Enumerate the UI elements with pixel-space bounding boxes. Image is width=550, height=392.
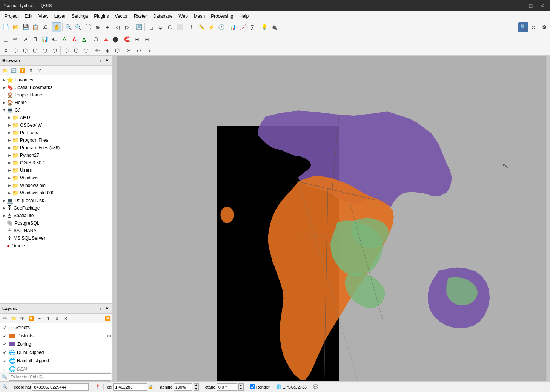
layer-item-streets[interactable]: ✔ 〰 Streets (0, 323, 112, 332)
layer-item-rainfall-clipped[interactable]: ✔ 🌐 Rainfall_clipped (0, 357, 112, 365)
edit-cut[interactable]: ✂ (124, 46, 134, 55)
menu-vector[interactable]: Vector (112, 12, 131, 21)
deselect-button[interactable]: ⬜ (175, 22, 185, 32)
select-button[interactable]: ⬚ (146, 22, 155, 32)
tree-item-home[interactable]: ▶ 🏠 Home (0, 99, 112, 106)
edit-btn7[interactable]: ⬡ (61, 46, 71, 55)
menu-database[interactable]: Database (150, 12, 175, 21)
zoom-prev-button[interactable]: ◁ (112, 22, 122, 32)
edit-move[interactable]: ⬡ (112, 46, 122, 55)
close-button[interactable]: ✕ (538, 2, 546, 10)
tree-item-geopackage[interactable]: ▶ 🗄 GeoPackage (0, 204, 112, 212)
edit-btn3[interactable]: ⬡ (20, 46, 30, 55)
tree-item-qgis[interactable]: ▶ 📁 QGIS 3.30.1 (0, 159, 112, 167)
tree-item-amd[interactable]: ▶ 📁 AMD (0, 114, 112, 121)
snap-btn3[interactable]: ⊟ (142, 34, 152, 44)
edit-btn2[interactable]: ⬡ (11, 46, 20, 55)
vector-btn2[interactable]: 🔺 (101, 34, 111, 44)
collapse-layers-button[interactable]: ⬇ (53, 314, 61, 323)
digitize-btn4[interactable]: 🗒 (30, 34, 40, 44)
magnify-up[interactable]: ▲ (194, 383, 199, 387)
tree-item-c-drive[interactable]: ▼ 💻 C:\ (0, 106, 112, 114)
layer-item-dem-clipped[interactable]: ✔ 🌐 DEM_clipped (0, 348, 112, 357)
tree-item-postgresql[interactable]: 🐘 PostgreSQL (0, 219, 112, 227)
layer-item-districts[interactable]: ✔ Districts ⊷ (0, 332, 112, 340)
browser-refresh-button[interactable]: 🔄 (9, 66, 18, 75)
select-polygon-button[interactable]: ⬙ (155, 22, 165, 32)
render-checkbox[interactable] (250, 384, 255, 389)
digitize-btn6[interactable]: 🏷 (50, 34, 60, 44)
plugins-button[interactable]: 🔌 (269, 22, 279, 32)
dem-clipped-checkbox[interactable]: ✔ (2, 349, 8, 355)
new-project-button[interactable]: 📄 (1, 22, 11, 32)
layers-collapse-button[interactable]: □ (96, 305, 103, 312)
messages-button[interactable]: 💬 (313, 384, 318, 389)
open-layer-style-button[interactable]: ✏ (1, 314, 9, 323)
snap-btn2[interactable]: ⊞ (132, 34, 142, 44)
tree-item-project-home[interactable]: 🏠 Project Home (0, 91, 112, 99)
crs-display[interactable]: 🌐 EPSG:32733 (276, 384, 307, 389)
zoom-out-button[interactable]: 🔍 (73, 22, 83, 32)
layers-filter-button[interactable]: 🔽 (103, 314, 112, 323)
edit-redo[interactable]: ↪ (144, 46, 154, 55)
digitize-btn7[interactable]: A (60, 34, 69, 44)
menu-mesh[interactable]: Mesh (191, 12, 208, 21)
tree-item-spatial-bookmarks[interactable]: ▶ 🔖 Spatial Bookmarks (0, 84, 112, 91)
layers-close-button[interactable]: ✕ (103, 305, 110, 312)
rotation-up[interactable]: ▲ (238, 383, 244, 387)
measure-button[interactable]: 📏 (197, 22, 206, 32)
tree-item-ms-sql[interactable]: 🗄 MS SQL Server (0, 234, 112, 242)
browser-help-button[interactable]: ? (35, 66, 44, 75)
menu-edit[interactable]: Edit (22, 12, 35, 21)
open-project-button[interactable]: 📂 (11, 22, 20, 32)
tree-item-windows[interactable]: ▶ 📁 Windows (0, 174, 112, 182)
layer-item-zoning[interactable]: ✔ Zoning (0, 340, 112, 348)
districts-checkbox[interactable]: ✔ (2, 333, 8, 339)
browser-filter-button[interactable]: 🔽 (18, 66, 26, 75)
vector-btn1[interactable]: ⬡ (91, 34, 101, 44)
tree-item-spatialite[interactable]: ▶ 🗄 SpatiaLite (0, 212, 112, 219)
filter-layers-button[interactable]: 🔽 (27, 314, 35, 323)
menu-project[interactable]: Project (2, 12, 22, 21)
statistical-button[interactable]: 📈 (238, 22, 247, 32)
print-button[interactable]: 🖨 (40, 22, 50, 32)
refresh-button[interactable]: 🔄 (134, 22, 144, 32)
digitize-btn1[interactable]: ⬚ (1, 34, 11, 44)
menu-view[interactable]: View (35, 12, 51, 21)
save-project-button[interactable]: 💾 (20, 22, 30, 32)
edit-btn5[interactable]: ⬡ (40, 46, 50, 55)
tree-item-sap-hana[interactable]: 🗄 SAP HANA (0, 227, 112, 234)
layer-item-dem[interactable]: □ 🌐 DEM (0, 365, 112, 372)
streets-checkbox[interactable]: ✔ (2, 325, 8, 331)
edit-btn9[interactable]: ⬡ (81, 46, 91, 55)
filter-by-expression-button[interactable]: Ξ (35, 314, 44, 323)
manage-layers-button[interactable]: 👁 (18, 314, 26, 323)
tree-item-d-drive[interactable]: ▶ 💻 D:\ (Local Disk) (0, 197, 112, 204)
select-freehand-button[interactable]: ⬡ (165, 22, 175, 32)
rotation-input[interactable] (217, 383, 237, 391)
tree-item-users[interactable]: ▶ 📁 Users (0, 167, 112, 174)
edit-undo[interactable]: ↩ (134, 46, 144, 55)
magnify-down[interactable]: ▼ (194, 387, 199, 391)
zoom-selection-button[interactable]: ⊞ (103, 22, 112, 32)
tree-item-windows-old[interactable]: ▶ 📁 Windows.old (0, 182, 112, 189)
pan-button[interactable]: ✋ (52, 22, 61, 32)
tree-item-perflogs[interactable]: ▶ 📁 PerfLogs (0, 129, 112, 136)
snap-btn1[interactable]: 🧲 (122, 34, 132, 44)
expand-layers-button[interactable]: ⬆ (44, 314, 52, 323)
map-area[interactable]: ↖ (113, 56, 550, 381)
browser-add-button[interactable]: 📁 (1, 66, 9, 75)
temporal-button[interactable]: 🕐 (216, 22, 226, 32)
tree-item-favorites[interactable]: ▶ ⭐ Favorites (0, 76, 112, 84)
edit-btn6[interactable]: ⬡ (50, 46, 60, 55)
browser-close-button[interactable]: ✕ (103, 57, 110, 64)
edit-btn1[interactable]: ≡ (1, 46, 11, 55)
tree-item-program-files-x86[interactable]: ▶ 📁 Program Files (x86) (0, 144, 112, 152)
tree-item-oracle[interactable]: ● Oracle (0, 242, 112, 250)
browser-collapse-all-button[interactable]: ⬆ (27, 66, 35, 75)
save-as-button[interactable]: 📋 (30, 22, 40, 32)
digitize-btn8[interactable]: A (69, 34, 79, 44)
rainfall-clipped-checkbox[interactable]: ✔ (2, 358, 8, 364)
zoning-checkbox[interactable]: ✔ (2, 341, 8, 347)
zoom-full-button[interactable]: ⛶ (83, 22, 93, 32)
